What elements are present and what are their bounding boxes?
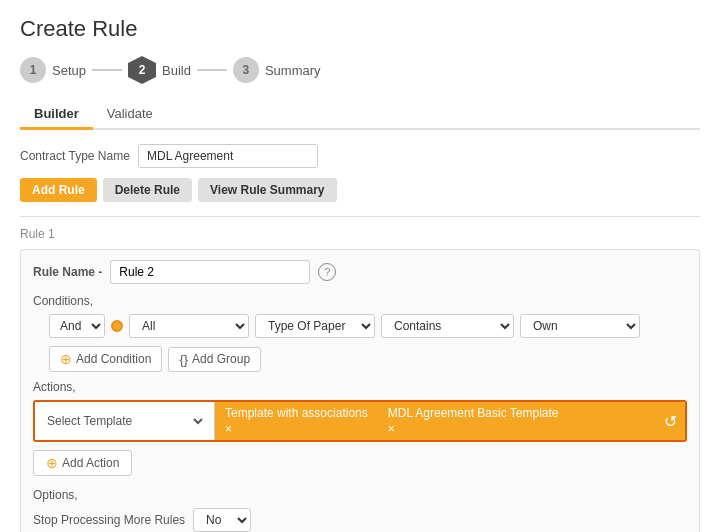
template-tag-2-label: MDL Agreement Basic Template bbox=[388, 406, 559, 420]
add-condition-button[interactable]: ⊕ Add Condition bbox=[49, 346, 162, 372]
condition-indicator bbox=[111, 320, 123, 332]
step-divider-1 bbox=[92, 69, 122, 71]
template-tag-2-content: MDL Agreement Basic Template × bbox=[388, 406, 559, 436]
field-select[interactable]: Type Of Paper bbox=[255, 314, 375, 338]
rule-name-label: Rule Name - bbox=[33, 265, 102, 279]
conditions-buttons-row: ⊕ Add Condition {} Add Group bbox=[49, 346, 687, 372]
comparator-select[interactable]: Contains Does Not Contain bbox=[381, 314, 514, 338]
divider-1 bbox=[20, 216, 700, 217]
contract-type-label: Contract Type Name bbox=[20, 149, 130, 163]
stepper: 1 Setup 2 Build 3 Summary bbox=[20, 56, 700, 84]
template-tag-1-content: Template with associations × bbox=[225, 406, 368, 436]
rule-section-label: Rule 1 bbox=[20, 227, 700, 241]
add-group-button[interactable]: {} Add Group bbox=[168, 347, 261, 372]
rule-block: Rule Name - ? Conditions, And Or All Any… bbox=[20, 249, 700, 532]
step-divider-2 bbox=[197, 69, 227, 71]
options-row: Stop Processing More Rules No Yes bbox=[33, 508, 687, 532]
select-template-wrapper: Select Template bbox=[35, 402, 215, 440]
template-tag-1-close[interactable]: × bbox=[225, 422, 368, 436]
tabs: Builder Validate bbox=[20, 100, 700, 130]
add-action-plus-icon: ⊕ bbox=[46, 455, 58, 471]
value-select[interactable]: Own bbox=[520, 314, 640, 338]
condition-operator-select[interactable]: All Any bbox=[129, 314, 249, 338]
add-action-button[interactable]: ⊕ Add Action bbox=[33, 450, 132, 476]
add-action-label: Add Action bbox=[62, 456, 119, 470]
template-tag-1: Template with associations × bbox=[215, 402, 378, 440]
delete-rule-button[interactable]: Delete Rule bbox=[103, 178, 192, 202]
view-rule-summary-button[interactable]: View Rule Summary bbox=[198, 178, 337, 202]
rule-name-row: Rule Name - ? bbox=[33, 260, 687, 284]
help-icon[interactable]: ? bbox=[318, 263, 336, 281]
step-2-badge: 2 bbox=[128, 56, 156, 84]
conditions-row: And Or All Any Type Of Paper Contains Do… bbox=[49, 314, 687, 338]
conditions-area: And Or All Any Type Of Paper Contains Do… bbox=[49, 314, 687, 372]
template-tag-1-label: Template with associations bbox=[225, 406, 368, 420]
stop-processing-select[interactable]: No Yes bbox=[193, 508, 251, 532]
tab-builder[interactable]: Builder bbox=[20, 100, 93, 130]
add-group-braces-icon: {} bbox=[179, 352, 188, 367]
logic-operator-select[interactable]: And Or bbox=[49, 314, 105, 338]
step-2: 2 Build bbox=[128, 56, 191, 84]
contract-type-input[interactable] bbox=[138, 144, 318, 168]
select-template-select[interactable]: Select Template bbox=[43, 413, 206, 429]
template-refresh-button[interactable]: ↺ bbox=[656, 402, 685, 440]
rule-name-input[interactable] bbox=[110, 260, 310, 284]
actions-row: Select Template Template with associatio… bbox=[33, 400, 687, 442]
rule-toolbar: Add Rule Delete Rule View Rule Summary bbox=[20, 178, 700, 202]
step-3-badge: 3 bbox=[233, 57, 259, 83]
contract-type-row: Contract Type Name bbox=[20, 144, 700, 168]
step-3: 3 Summary bbox=[233, 57, 321, 83]
template-tag-2-close[interactable]: × bbox=[388, 422, 559, 436]
conditions-label: Conditions, bbox=[33, 294, 687, 308]
add-condition-label: Add Condition bbox=[76, 352, 151, 366]
step-3-label: Summary bbox=[265, 63, 321, 78]
refresh-icon: ↺ bbox=[664, 412, 677, 431]
stop-processing-label: Stop Processing More Rules bbox=[33, 513, 185, 527]
tab-validate[interactable]: Validate bbox=[93, 100, 167, 130]
page-title: Create Rule bbox=[20, 16, 700, 42]
add-rule-button[interactable]: Add Rule bbox=[20, 178, 97, 202]
actions-label: Actions, bbox=[33, 380, 687, 394]
step-1-label: Setup bbox=[52, 63, 86, 78]
add-group-label: Add Group bbox=[192, 352, 250, 366]
options-label: Options, bbox=[33, 488, 687, 502]
template-tag-2: MDL Agreement Basic Template × bbox=[378, 402, 656, 440]
step-1: 1 Setup bbox=[20, 57, 86, 83]
step-2-label: Build bbox=[162, 63, 191, 78]
add-condition-plus-icon: ⊕ bbox=[60, 351, 72, 367]
step-1-badge: 1 bbox=[20, 57, 46, 83]
